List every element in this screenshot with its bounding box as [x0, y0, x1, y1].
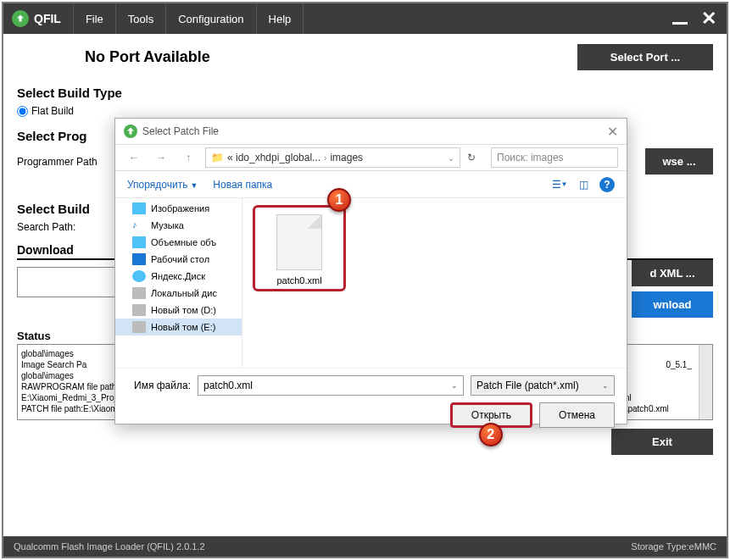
path-box[interactable]: 📁 « ido_xhdpi_global... › images ⌄ — [205, 147, 460, 168]
search-input[interactable]: Поиск: images — [491, 147, 618, 168]
annotation-badge-1: 1 — [327, 188, 351, 212]
browse-button[interactable]: wse ... — [645, 148, 713, 175]
dialog-title: Select Patch File — [142, 125, 219, 137]
filename-label: Имя файла: — [127, 380, 191, 391]
minimize-icon[interactable] — [672, 22, 688, 25]
file-patch0[interactable]: patch0.xml — [253, 205, 346, 291]
sidebar-item-d[interactable]: Новый том (D:) — [115, 302, 242, 319]
app-title: QFIL — [34, 12, 61, 25]
search-path-label: Search Path: — [17, 221, 75, 233]
flat-build-label: Flat Build — [31, 105, 74, 117]
sidebar-item-yandex[interactable]: Яндекс.Диск — [115, 268, 242, 285]
file-dialog: Select Patch File ✕ ← → ↑ 📁 « ido_xhdpi_… — [114, 118, 627, 424]
view-icon[interactable]: ☰ ▼ — [552, 177, 567, 192]
sidebar-item-3d[interactable]: Объемные объ — [115, 234, 242, 251]
sidebar-item-images[interactable]: Изображения — [115, 200, 242, 217]
port-status: No Port Available — [85, 48, 210, 66]
programmer-path-label: Programmer Path — [17, 156, 98, 168]
footer-left: Qualcomm Flash Image Loader (QFIL) 2.0.1… — [14, 541, 205, 552]
refresh-icon[interactable]: ↻ — [467, 152, 484, 164]
download-button[interactable]: wnload — [632, 291, 713, 318]
select-port-button[interactable]: Select Port ... — [577, 44, 713, 70]
sidebar-item-local[interactable]: Локальный дис — [115, 285, 242, 302]
sidebar-item-desktop[interactable]: Рабочий стол — [115, 251, 242, 268]
nav-up-icon[interactable]: ↑ — [178, 147, 198, 168]
menu-help[interactable]: Help — [256, 3, 304, 34]
nav-fwd-icon[interactable]: → — [151, 147, 171, 168]
preview-icon[interactable]: ◫ — [576, 177, 591, 192]
close-icon[interactable]: ✕ — [701, 8, 716, 30]
dialog-icon — [124, 125, 137, 138]
footer: Qualcomm Flash Image Loader (QFIL) 2.0.1… — [3, 536, 727, 557]
sidebar-item-music[interactable]: ♪Музыка — [115, 217, 242, 234]
menu-configuration[interactable]: Configuration — [165, 3, 255, 34]
sidebar: Изображения ♪Музыка Объемные объ Рабочий… — [115, 198, 242, 368]
flat-build-radio[interactable] — [17, 106, 28, 117]
annotation-badge-2: 2 — [479, 423, 503, 446]
cancel-button[interactable]: Отмена — [539, 402, 615, 428]
file-name: patch0.xml — [276, 275, 321, 286]
titlebar: QFIL File Tools Configuration Help ✕ — [3, 3, 727, 34]
filename-input[interactable]: patch0.xml⌄ — [198, 375, 464, 396]
load-xml-button[interactable]: d XML ... — [632, 260, 713, 286]
scrollbar[interactable] — [699, 345, 712, 419]
menu-file[interactable]: File — [73, 3, 115, 34]
nav-back-icon[interactable]: ← — [124, 147, 144, 168]
footer-right: Storage Type:eMMC — [631, 541, 716, 552]
help-icon[interactable]: ? — [599, 177, 615, 192]
dialog-close-icon[interactable]: ✕ — [607, 124, 618, 140]
file-icon — [276, 214, 322, 270]
app-icon — [12, 10, 29, 27]
new-folder-button[interactable]: Новая папка — [213, 179, 272, 191]
sidebar-item-e[interactable]: Новый том (E:) — [115, 319, 242, 335]
exit-button[interactable]: Exit — [611, 429, 713, 455]
build-type-label: Select Build Type — [17, 86, 713, 100]
menu-tools[interactable]: Tools — [115, 3, 165, 34]
menu-bar: File Tools Configuration Help — [73, 3, 304, 34]
organize-menu[interactable]: Упорядочить▼ — [127, 179, 198, 191]
filetype-combo[interactable]: Patch File (patch*.xml)⌄ — [471, 375, 615, 396]
